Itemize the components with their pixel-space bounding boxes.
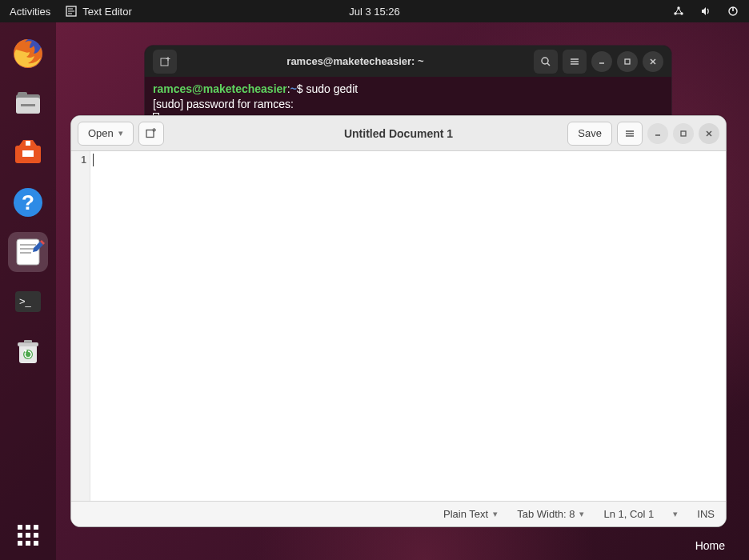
chevron-down-icon: ▾ (118, 128, 123, 138)
maximize-icon (623, 58, 631, 66)
svg-rect-31 (625, 59, 630, 64)
prompt-symbol: $ (297, 82, 306, 95)
dock-software[interactable] (8, 133, 48, 173)
new-tab-icon (145, 127, 157, 139)
svg-text:>_: >_ (19, 295, 32, 307)
dock-terminal[interactable]: >_ (8, 282, 48, 322)
open-button-label: Open (88, 127, 114, 139)
gedit-statusbar: Plain Text ▾ Tab Width: 8 ▾ Ln 1, Col 1 … (71, 501, 726, 526)
hamburger-icon (624, 128, 635, 139)
volume-icon (699, 5, 712, 18)
editor-caret (93, 154, 94, 166)
svg-rect-12 (26, 141, 30, 146)
svg-rect-20 (24, 340, 32, 343)
dock-help[interactable]: ? (8, 182, 48, 222)
insert-mode[interactable]: INS (697, 508, 715, 520)
power-icon (727, 5, 739, 18)
gedit-body: 1 (71, 151, 726, 501)
terminal-minimize-button[interactable] (591, 51, 612, 72)
prompt-path: ~ (290, 82, 297, 95)
svg-rect-10 (21, 104, 35, 106)
position-label: Ln 1, Col 1 (603, 508, 654, 520)
dock-files[interactable] (8, 83, 48, 123)
close-icon (649, 58, 657, 66)
note-icon (65, 5, 78, 18)
cursor-position: Ln 1, Col 1 (603, 508, 654, 520)
top-bar: Activities Text Editor Jul 3 15:26 (0, 0, 749, 22)
chevron-down-icon: ▾ (579, 509, 584, 519)
dock-trash[interactable] (8, 331, 48, 371)
gedit-minimize-button[interactable] (647, 123, 668, 144)
network-icon (672, 5, 685, 18)
active-app-name: Text Editor (82, 6, 131, 18)
terminal-titlebar[interactable]: ramces@maketecheasier: ~ (145, 46, 671, 77)
desktop-home-label[interactable]: Home (695, 539, 725, 552)
dock: ? >_ (0, 22, 56, 560)
gutter-line-1: 1 (71, 154, 86, 166)
save-button[interactable]: Save (567, 122, 612, 146)
line-gutter: 1 (71, 151, 90, 501)
help-icon: ? (11, 186, 45, 219)
close-icon (705, 130, 713, 138)
svg-rect-15 (17, 239, 39, 265)
svg-text:?: ? (22, 190, 34, 214)
tabwidth-selector[interactable]: Tab Width: 8 ▾ (517, 508, 584, 520)
terminal-title: ramces@maketecheasier: ~ (286, 55, 423, 67)
maximize-icon (679, 130, 687, 138)
show-apps-button[interactable] (0, 525, 56, 546)
save-button-label: Save (578, 127, 602, 139)
system-tray[interactable] (672, 5, 739, 18)
svg-rect-34 (146, 130, 154, 138)
svg-rect-22 (161, 58, 168, 66)
svg-line-26 (547, 63, 550, 66)
clock[interactable]: Jul 3 15:26 (349, 6, 400, 18)
terminal-menu-button[interactable] (563, 50, 587, 74)
dock-firefox[interactable] (8, 34, 48, 74)
terminal-search-button[interactable] (534, 50, 558, 74)
gedit-icon (11, 235, 45, 269)
gedit-window: Open ▾ Untitled Document 1 Save (70, 115, 727, 527)
syntax-label: Plain Text (443, 508, 488, 520)
files-icon (11, 86, 45, 120)
prompt-user: ramces@maketecheasier (153, 82, 287, 95)
terminal-line-1: ramces@maketecheasier:~$ sudo gedit (153, 82, 663, 97)
svg-point-25 (542, 58, 548, 64)
gedit-menu-button[interactable] (617, 122, 643, 146)
gedit-close-button[interactable] (699, 123, 719, 144)
terminal-line-2: [sudo] password for ramces: (153, 97, 663, 112)
tabwidth-label: Tab Width: 8 (517, 508, 575, 520)
minimize-icon (654, 130, 662, 138)
search-icon (540, 56, 551, 67)
svg-rect-9 (18, 92, 27, 97)
dock-gedit[interactable] (8, 232, 48, 272)
chevron-down-icon: ▾ (493, 509, 498, 519)
activities-button[interactable]: Activities (10, 6, 50, 18)
editor-area[interactable] (90, 151, 726, 501)
insert-label: INS (697, 508, 715, 520)
software-icon (11, 136, 45, 170)
gedit-title: Untitled Document 1 (344, 127, 453, 140)
terminal-maximize-button[interactable] (617, 51, 638, 72)
open-button[interactable]: Open ▾ (78, 122, 134, 146)
apps-grid-icon (18, 525, 38, 546)
minimize-icon (598, 58, 606, 66)
syntax-selector[interactable]: Plain Text ▾ (443, 508, 498, 520)
chevron-down-icon[interactable]: ▾ (673, 509, 678, 519)
hamburger-icon (569, 56, 580, 67)
svg-rect-41 (681, 131, 686, 136)
gedit-headerbar[interactable]: Open ▾ Untitled Document 1 Save (71, 116, 726, 151)
new-tab-button[interactable] (138, 122, 164, 146)
terminal-close-button[interactable] (643, 51, 663, 72)
active-app-indicator[interactable]: Text Editor (65, 5, 131, 18)
terminal-icon: >_ (11, 285, 45, 318)
gedit-maximize-button[interactable] (673, 123, 694, 144)
new-tab-button[interactable] (153, 50, 177, 74)
trash-icon (11, 334, 45, 368)
new-tab-icon (159, 56, 170, 67)
firefox-icon (11, 37, 45, 70)
terminal-command: sudo gedit (306, 82, 358, 95)
